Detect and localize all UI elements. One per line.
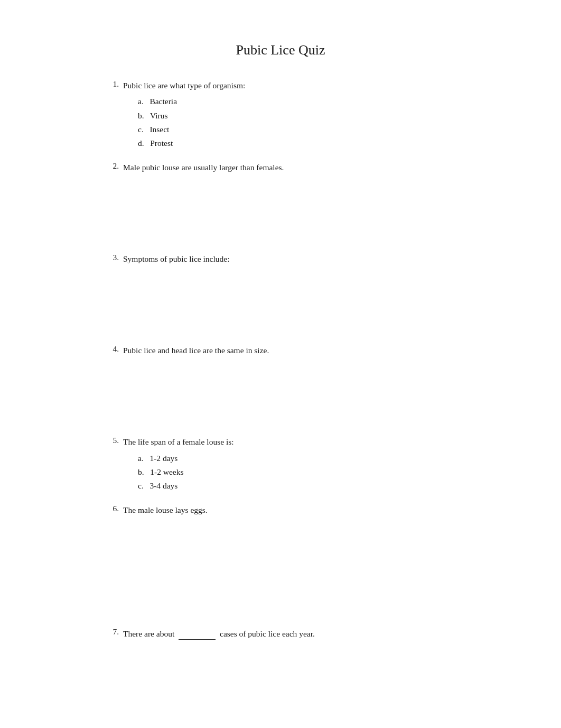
q1-options: a. Bacteria b. Virus c. Insect d. Protes… [106, 95, 455, 150]
list-item: a. Bacteria [138, 95, 455, 108]
extra-spacer-7 [106, 719, 455, 728]
option-text: 1-2 days [149, 454, 177, 463]
q7-text-before: There are about [123, 629, 174, 638]
page-title: Pubic Lice Quiz [106, 42, 455, 58]
q2-text: Male pubic louse are usually larger than… [123, 161, 455, 173]
q5-options: a. 1-2 days b. 1-2 weeks c. 3-4 days [106, 451, 455, 493]
q3-number: 3. [106, 253, 119, 265]
list-item: a. 1-2 days [138, 451, 455, 465]
option-letter: a. [138, 454, 144, 463]
option-letter: b. [138, 467, 144, 476]
spacer-6 [106, 527, 455, 595]
spacer-4 [106, 367, 455, 436]
list-item: b. Virus [138, 109, 455, 123]
question-5: 5. The life span of a female louse is: a… [106, 436, 455, 493]
option-text: Protest [150, 139, 173, 148]
question-7: 7. There are about cases of pubic lice e… [106, 627, 455, 640]
option-letter: a. [138, 97, 144, 106]
q4-text: Pubic lice and head lice are the same in… [123, 344, 455, 356]
option-letter: b. [138, 111, 144, 120]
q7-text-after: cases of pubic lice each year. [220, 629, 315, 638]
option-text: Insect [149, 125, 169, 134]
q7-blank [179, 627, 216, 640]
spacer-2 [106, 184, 455, 253]
spacer-7 [106, 650, 455, 719]
option-letter: c. [138, 481, 144, 490]
option-letter: d. [138, 139, 144, 148]
spacer-3 [106, 275, 455, 344]
list-item: c. 3-4 days [138, 479, 455, 493]
q7-number: 7. [106, 627, 119, 640]
question-2: 2. Male pubic louse are usually larger t… [106, 161, 455, 173]
question-1: 1. Pubic lice are what type of organism:… [106, 79, 455, 151]
option-text: Virus [150, 111, 168, 120]
option-letter: c. [138, 125, 144, 134]
extra-spacer-6 [106, 595, 455, 627]
option-text: Bacteria [149, 97, 177, 106]
q5-number: 5. [106, 436, 119, 448]
option-text: 3-4 days [149, 481, 177, 490]
list-item: b. 1-2 weeks [138, 465, 455, 479]
q1-text: Pubic lice are what type of organism: [123, 79, 455, 91]
q5-text: The life span of a female louse is: [123, 436, 455, 448]
q4-number: 4. [106, 344, 119, 356]
question-6: 6. The male louse lays eggs. [106, 504, 455, 516]
list-item: c. Insect [138, 123, 455, 136]
q7-text: There are about cases of pubic lice each… [123, 627, 455, 640]
option-text: 1-2 weeks [150, 467, 183, 476]
question-3: 3. Symptoms of pubic lice include: [106, 253, 455, 265]
q3-text: Symptoms of pubic lice include: [123, 253, 455, 265]
q2-number: 2. [106, 161, 119, 173]
q1-number: 1. [106, 79, 119, 91]
q6-number: 6. [106, 504, 119, 516]
list-item: d. Protest [138, 136, 455, 150]
q6-text: The male louse lays eggs. [123, 504, 455, 516]
question-4: 4. Pubic lice and head lice are the same… [106, 344, 455, 356]
page-container: Pubic Lice Quiz 1. Pubic lice are what t… [74, 0, 487, 728]
